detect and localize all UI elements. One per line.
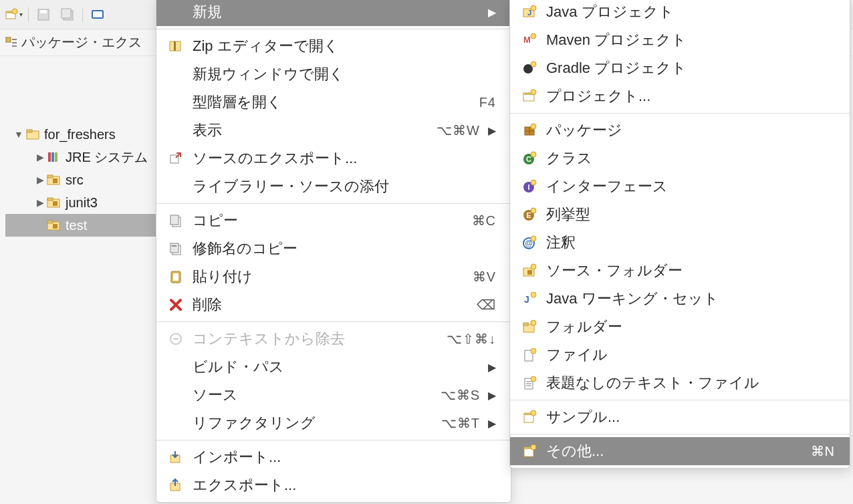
svg-text:J: J — [527, 9, 531, 17]
submenu-item[interactable]: パッケージ — [510, 116, 850, 144]
submenu-item[interactable]: 表題なしのテキスト・ファイル — [510, 369, 850, 397]
tree-node[interactable]: test — [5, 214, 161, 237]
menu-label: ファイル — [546, 345, 835, 365]
context-menu-item[interactable]: 型階層を開くF4 — [156, 88, 511, 116]
delete-icon — [166, 296, 186, 313]
svg-rect-4 — [40, 10, 47, 13]
submenu-item[interactable]: Gradle プロジェクト — [510, 54, 850, 82]
menu-label: Zip エディターで開く — [193, 36, 496, 56]
icon-spacer — [166, 358, 186, 376]
svg-text:E: E — [526, 211, 531, 219]
submenu-item[interactable]: プロジェクト... — [510, 82, 850, 110]
svg-rect-26 — [53, 224, 57, 229]
menu-label: コンテキストから除去 — [193, 329, 437, 349]
menu-label: 貼り付け — [193, 267, 463, 287]
caret-icon[interactable]: ▶ — [33, 174, 47, 185]
svg-rect-33 — [170, 243, 178, 253]
menu-label: 表示 — [193, 120, 427, 140]
menu-label: インポート... — [193, 447, 496, 467]
submenu-item[interactable]: フォルダー — [510, 313, 850, 341]
submenu-item[interactable]: サンプル... — [510, 403, 850, 431]
project-folder-icon — [25, 127, 40, 142]
new-wizard-button[interactable] — [4, 5, 23, 24]
submenu-item[interactable]: @注釈 — [510, 229, 850, 257]
svg-text:J: J — [524, 294, 529, 305]
submenu-item[interactable]: E列挙型 — [510, 201, 850, 229]
icon-spacer — [166, 178, 186, 195]
submenu-item[interactable]: ソース・フォルダー — [510, 257, 850, 285]
submenu-item[interactable]: JJava プロジェクト — [510, 0, 850, 26]
submenu-item[interactable]: ファイル — [510, 341, 850, 369]
submenu-item[interactable]: JJava ワーキング・セット — [510, 285, 850, 313]
svg-rect-10 — [12, 39, 17, 40]
menu-label: サンプル... — [546, 407, 835, 427]
svg-rect-15 — [48, 152, 51, 162]
svg-rect-23 — [53, 201, 57, 206]
menu-label: 削除 — [193, 295, 467, 315]
context-menu-item[interactable]: 新規▶ — [156, 0, 511, 26]
icon-spacer — [166, 122, 186, 139]
package-explorer-icon — [5, 37, 17, 49]
submenu-item[interactable]: Cクラス — [510, 144, 850, 172]
menu-label: 型階層を開く — [193, 92, 470, 112]
interface-icon: I — [519, 178, 539, 195]
menu-separator — [156, 322, 511, 322]
submenu-item[interactable]: Iインターフェース — [510, 172, 850, 201]
context-menu-item[interactable]: ビルド・パス▶ — [156, 353, 511, 381]
menu-label: 注釈 — [546, 233, 835, 253]
menu-separator — [156, 29, 511, 29]
terminal-button[interactable] — [88, 5, 107, 24]
svg-rect-17 — [55, 152, 57, 162]
toolbar-separator — [82, 7, 83, 22]
svg-point-42 — [531, 5, 536, 11]
svg-rect-12 — [12, 45, 17, 47]
svg-rect-11 — [12, 42, 17, 43]
context-menu-item[interactable]: リファクタリング⌥⌘T▶ — [156, 409, 511, 437]
svg-point-60 — [531, 208, 536, 213]
svg-rect-31 — [170, 215, 178, 225]
menu-label: ソース・フォルダー — [546, 261, 835, 281]
context-menu: 新規▶Zip エディターで開く新規ウィンドウで開く型階層を開くF4表示⌥⌘W▶ソ… — [156, 0, 511, 503]
menu-label: 新規 — [193, 2, 480, 22]
gradle-icon — [519, 59, 539, 77]
export-src-icon — [166, 150, 186, 167]
menu-shortcut: ⌘N — [811, 443, 835, 459]
project-icon — [519, 88, 539, 105]
menu-label: 修飾名のコピー — [193, 239, 496, 259]
svg-rect-14 — [27, 130, 32, 132]
caret-icon[interactable]: ▶ — [33, 197, 47, 208]
menu-label: フォルダー — [546, 317, 835, 337]
submenu-item[interactable]: MMaven プロジェクト — [510, 26, 850, 54]
context-menu-item[interactable]: ライブラリー・ソースの添付 — [156, 172, 511, 201]
svg-point-71 — [531, 320, 536, 326]
menu-shortcut: ⌘C — [472, 213, 496, 229]
svg-rect-34 — [172, 245, 176, 247]
menu-label: プロジェクト... — [546, 86, 835, 106]
caret-icon[interactable]: ▶ — [33, 152, 47, 162]
context-menu-item[interactable]: ソースのエクスポート... — [156, 144, 511, 172]
folder-icon — [519, 318, 539, 336]
menu-separator — [510, 113, 850, 114]
context-menu-item[interactable]: インポート... — [156, 443, 511, 471]
context-menu-item[interactable]: コピー⌘C — [156, 207, 511, 235]
file-icon — [519, 346, 539, 364]
caret-down-icon[interactable]: ▼ — [12, 129, 25, 140]
context-menu-item[interactable]: 表示⌥⌘W▶ — [156, 116, 511, 144]
save-all-button[interactable] — [58, 5, 77, 24]
svg-point-2 — [12, 9, 17, 14]
context-menu-item[interactable]: 新規ウィンドウで開く — [156, 60, 511, 88]
pkgfolder-icon — [47, 172, 62, 187]
context-menu-item[interactable]: エクスポート... — [156, 471, 511, 499]
context-menu-item[interactable]: 貼り付け⌘V — [156, 263, 511, 291]
context-menu-item[interactable]: ソース⌥⌘S▶ — [156, 381, 511, 409]
menu-separator — [156, 203, 511, 204]
save-button[interactable] — [34, 5, 53, 24]
svg-rect-8 — [93, 11, 102, 17]
package-icon — [519, 122, 539, 139]
context-menu-item[interactable]: 修飾名のコピー — [156, 235, 511, 263]
svg-text:I: I — [527, 183, 529, 191]
submenu-item[interactable]: その他...⌘N — [510, 437, 850, 465]
svg-point-54 — [531, 152, 536, 157]
context-menu-item[interactable]: 削除⌫ — [156, 291, 511, 319]
context-menu-item[interactable]: Zip エディターで開く — [156, 32, 511, 60]
